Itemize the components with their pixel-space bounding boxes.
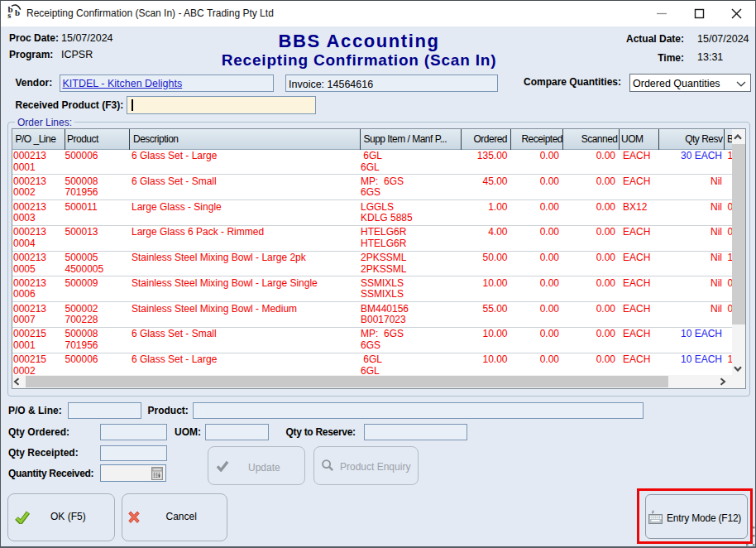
svg-text:b: b — [15, 7, 20, 17]
svg-text:s: s — [7, 11, 11, 20]
